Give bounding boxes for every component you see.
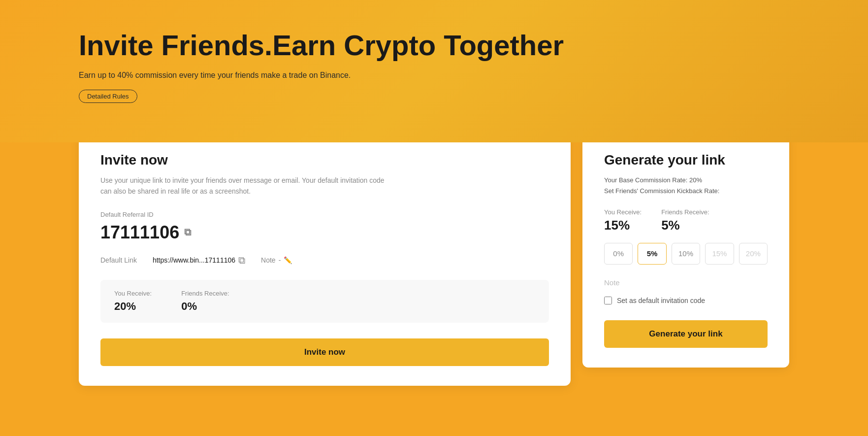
generate-note-label: Note xyxy=(604,278,768,287)
referral-id-row: 17111106 ⧉ xyxy=(100,222,549,243)
default-invitation-checkbox-row: Set as default invitation code xyxy=(604,297,768,304)
default-referral-label: Default Referral ID xyxy=(100,211,549,218)
you-receive-value: 20% xyxy=(114,300,152,313)
you-receive-col: You Receive: 20% xyxy=(114,290,152,313)
hero-section: Invite Friends.Earn Crypto Together Earn… xyxy=(0,0,868,142)
rate-row: You Receive: 15% Friends Receive: 5% xyxy=(604,208,768,233)
base-commission-line1: Your Base Commission Rate: 20% xyxy=(604,175,768,186)
pct-btn-0[interactable]: 0% xyxy=(604,243,633,265)
link-copy-icon[interactable]: ⧉ xyxy=(238,255,245,266)
default-invitation-checkbox-label[interactable]: Set as default invitation code xyxy=(617,297,705,304)
receive-box: You Receive: 20% Friends Receive: 0% xyxy=(100,280,549,323)
note-label: Note xyxy=(261,256,276,264)
friends-receive-col: Friends Receive: 0% xyxy=(181,290,229,313)
base-commission-info: Your Base Commission Rate: 20% Set Frien… xyxy=(604,175,768,197)
hero-title: Invite Friends.Earn Crypto Together xyxy=(79,30,789,61)
referral-id-copy-icon[interactable]: ⧉ xyxy=(184,227,191,238)
generate-card-title: Generate your link xyxy=(604,152,768,168)
generate-card: Generate your link Your Base Commission … xyxy=(582,133,789,368)
default-link-value: https://www.bin...17111106 ⧉ xyxy=(153,255,245,266)
pct-btn-5[interactable]: 5% xyxy=(638,243,666,265)
gen-you-receive-col: You Receive: 15% xyxy=(604,208,642,233)
gen-friends-receive-col: Friends Receive: 5% xyxy=(661,208,709,233)
friends-receive-label: Friends Receive: xyxy=(181,290,229,297)
gen-you-receive-label: You Receive: xyxy=(604,208,642,216)
gen-you-receive-value: 15% xyxy=(604,218,642,233)
referral-id-value: 17111106 xyxy=(100,222,179,243)
pct-btn-15: 15% xyxy=(705,243,734,265)
default-link-row: Default Link https://www.bin...17111106 … xyxy=(100,255,549,266)
base-commission-line2: Set Friends' Commission Kickback Rate: xyxy=(604,186,768,197)
edit-icon[interactable]: ✏️ xyxy=(284,256,292,264)
invite-card-title: Invite now xyxy=(100,152,549,168)
hero-subtitle: Earn up to 40% commission every time you… xyxy=(79,71,789,80)
gen-friends-receive-label: Friends Receive: xyxy=(661,208,709,216)
invite-now-button[interactable]: Invite now xyxy=(100,338,549,366)
default-invitation-checkbox[interactable] xyxy=(604,297,612,304)
default-link-label: Default Link xyxy=(100,256,137,264)
pct-btn-20: 20% xyxy=(739,243,768,265)
friends-receive-value: 0% xyxy=(181,300,229,313)
cards-row: Invite now Use your unique link to invit… xyxy=(0,133,868,386)
invite-card: Invite now Use your unique link to invit… xyxy=(79,133,571,386)
generate-link-button[interactable]: Generate your link xyxy=(604,320,768,348)
you-receive-label: You Receive: xyxy=(114,290,152,297)
pct-btn-10[interactable]: 10% xyxy=(672,243,700,265)
detailed-rules-button[interactable]: Detailed Rules xyxy=(79,90,137,103)
note-dash: - xyxy=(279,256,281,264)
percentage-options: 0% 5% 10% 15% 20% xyxy=(604,243,768,265)
note-row: Note - ✏️ xyxy=(261,256,292,264)
invite-card-description: Use your unique link to invite your frie… xyxy=(100,175,396,197)
gen-friends-receive-value: 5% xyxy=(661,218,709,233)
